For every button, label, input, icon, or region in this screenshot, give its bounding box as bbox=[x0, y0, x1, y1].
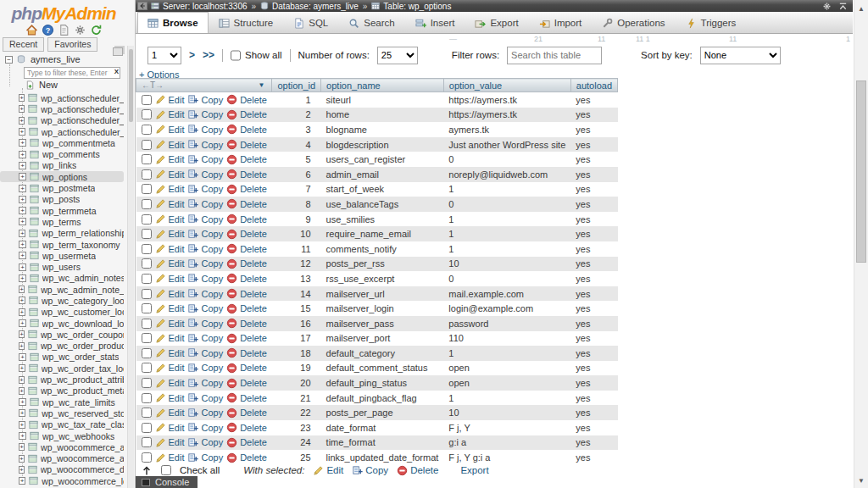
row-edit-button[interactable]: Edit bbox=[155, 243, 185, 254]
row-edit-button[interactable]: Edit bbox=[155, 139, 185, 150]
row-copy-button[interactable]: Copy bbox=[187, 288, 223, 299]
collapse-icon[interactable]: − bbox=[5, 56, 13, 64]
row-delete-button[interactable]: Delete bbox=[226, 124, 267, 135]
tab-import[interactable]: Import bbox=[529, 12, 593, 33]
expand-icon[interactable]: + bbox=[19, 173, 26, 180]
help-icon[interactable]: ? bbox=[42, 24, 54, 36]
sidebar-item-wp_wc_order_tax_lookup[interactable]: +wp_wc_order_tax_lookup bbox=[0, 363, 124, 374]
row-checkbox[interactable] bbox=[142, 109, 152, 119]
sidebar-item-new[interactable]: New bbox=[25, 80, 58, 90]
column-header-option-id[interactable]: option_id bbox=[277, 80, 315, 91]
sidebar-scrollbar[interactable] bbox=[127, 46, 134, 488]
row-copy-button[interactable]: Copy bbox=[187, 198, 223, 209]
favorites-tab[interactable]: Favorites bbox=[47, 37, 97, 52]
page-select[interactable]: 1 bbox=[147, 47, 181, 64]
row-checkbox[interactable] bbox=[142, 319, 152, 329]
sidebar-item-wp_woocommerce_log[interactable]: +wp_woocommerce_log bbox=[0, 475, 124, 486]
sidebar-item-wp_wc_download_log[interactable]: +wp_wc_download_log bbox=[0, 318, 124, 329]
row-delete-button[interactable]: Delete bbox=[226, 273, 267, 284]
row-delete-button[interactable]: Delete bbox=[226, 288, 267, 299]
expand-icon[interactable]: + bbox=[19, 398, 26, 406]
row-checkbox[interactable] bbox=[142, 303, 152, 313]
row-delete-button[interactable]: Delete bbox=[226, 229, 267, 240]
row-checkbox[interactable] bbox=[142, 199, 152, 209]
row-copy-button[interactable]: Copy bbox=[187, 333, 223, 344]
row-copy-button[interactable]: Copy bbox=[187, 184, 223, 195]
sidebar-item-wp_actionscheduler_groups[interactable]: +wp_actionscheduler_groups bbox=[0, 115, 124, 126]
row-checkbox[interactable] bbox=[142, 154, 152, 164]
row-delete-button[interactable]: Delete bbox=[226, 452, 267, 463]
row-delete-button[interactable]: Delete bbox=[226, 258, 267, 269]
row-copy-button[interactable]: Copy bbox=[187, 243, 223, 254]
row-copy-button[interactable]: Copy bbox=[187, 154, 223, 165]
expand-icon[interactable]: + bbox=[19, 128, 25, 136]
expand-icon[interactable]: + bbox=[19, 297, 25, 304]
row-copy-button[interactable]: Copy bbox=[187, 392, 223, 403]
expand-icon[interactable]: + bbox=[19, 443, 25, 451]
row-edit-button[interactable]: Edit bbox=[155, 347, 185, 358]
row-checkbox[interactable] bbox=[142, 229, 152, 239]
row-edit-button[interactable]: Edit bbox=[155, 452, 185, 463]
expand-icon[interactable]: + bbox=[19, 185, 26, 192]
tab-structure[interactable]: Structure bbox=[209, 12, 284, 33]
row-edit-button[interactable]: Edit bbox=[155, 363, 185, 374]
sidebar-item-wp_wc_product_meta_lookup[interactable]: +wp_wc_product_meta_lookup bbox=[0, 385, 124, 396]
expand-icon[interactable]: + bbox=[19, 409, 25, 417]
num-rows-select[interactable]: 25 bbox=[377, 47, 418, 64]
sidebar-item-wp_comments[interactable]: +wp_comments bbox=[0, 148, 124, 159]
row-checkbox[interactable] bbox=[142, 333, 152, 343]
expand-icon[interactable]: + bbox=[19, 286, 25, 293]
sidebar-item-wp_actionscheduler_logs[interactable]: +wp_actionscheduler_logs bbox=[0, 126, 124, 137]
row-delete-button[interactable]: Delete bbox=[226, 363, 267, 374]
expand-icon[interactable]: + bbox=[19, 342, 25, 350]
tab-export[interactable]: Export bbox=[465, 12, 528, 33]
expand-icon[interactable]: + bbox=[19, 218, 26, 225]
bulk-edit-button[interactable]: Edit bbox=[313, 465, 343, 476]
breadcrumb-database[interactable]: Database: aymers_live bbox=[272, 2, 359, 11]
recent-tab[interactable]: Recent bbox=[3, 37, 44, 52]
column-arrows[interactable]: ←T→ bbox=[142, 80, 164, 90]
expand-icon[interactable]: + bbox=[19, 364, 25, 372]
sidebar-item-wp_postmeta[interactable]: +wp_postmeta bbox=[0, 182, 124, 193]
row-edit-button[interactable]: Edit bbox=[155, 288, 185, 299]
tab-triggers[interactable]: Triggers bbox=[676, 12, 747, 33]
row-delete-button[interactable]: Delete bbox=[226, 318, 267, 329]
page-scrollbar[interactable]: ▲ ▼ bbox=[854, 0, 868, 488]
sidebar-item-wp_wc_order_product_lookup[interactable]: +wp_wc_order_product_lookup bbox=[0, 341, 124, 352]
column-header-autoload[interactable]: autoload bbox=[576, 80, 612, 91]
sidebar-item-wp_wc_category_lookup[interactable]: +wp_wc_category_lookup bbox=[0, 295, 124, 306]
row-edit-button[interactable]: Edit bbox=[155, 154, 185, 165]
next-page-link[interactable]: > bbox=[189, 49, 195, 61]
row-copy-button[interactable]: Copy bbox=[187, 109, 223, 120]
expand-icon[interactable]: + bbox=[19, 477, 25, 485]
row-checkbox[interactable] bbox=[142, 437, 152, 447]
expand-icon[interactable]: + bbox=[19, 105, 25, 113]
expand-icon[interactable]: + bbox=[19, 230, 25, 237]
row-delete-button[interactable]: Delete bbox=[226, 198, 267, 209]
row-edit-button[interactable]: Edit bbox=[155, 303, 185, 314]
row-delete-button[interactable]: Delete bbox=[226, 422, 267, 433]
expand-icon[interactable]: + bbox=[19, 455, 25, 463]
row-checkbox[interactable] bbox=[142, 258, 152, 269]
row-edit-button[interactable]: Edit bbox=[155, 229, 185, 240]
gear-icon[interactable] bbox=[822, 2, 832, 11]
row-copy-button[interactable]: Copy bbox=[187, 229, 223, 240]
sidebar-item-wp_posts[interactable]: +wp_posts bbox=[0, 194, 124, 205]
row-checkbox[interactable] bbox=[142, 244, 152, 254]
column-header-option-name[interactable]: option_name bbox=[326, 80, 381, 91]
row-delete-button[interactable]: Delete bbox=[226, 184, 267, 195]
row-delete-button[interactable]: Delete bbox=[226, 437, 267, 448]
expand-icon[interactable]: + bbox=[19, 252, 26, 259]
row-delete-button[interactable]: Delete bbox=[226, 94, 267, 105]
expand-icon[interactable]: + bbox=[19, 151, 26, 158]
sort-by-key-select[interactable]: None bbox=[700, 47, 781, 64]
row-checkbox[interactable] bbox=[142, 378, 152, 388]
sidebar-item-wp_term_relationships[interactable]: +wp_term_relationships bbox=[0, 228, 124, 239]
row-checkbox[interactable] bbox=[142, 125, 152, 135]
tab-browse[interactable]: Browse bbox=[137, 12, 209, 33]
expand-icon[interactable]: + bbox=[19, 421, 25, 429]
row-checkbox[interactable] bbox=[142, 423, 152, 433]
expand-icon[interactable]: + bbox=[19, 387, 25, 395]
row-checkbox[interactable] bbox=[142, 289, 152, 299]
expand-icon[interactable]: + bbox=[19, 466, 25, 474]
